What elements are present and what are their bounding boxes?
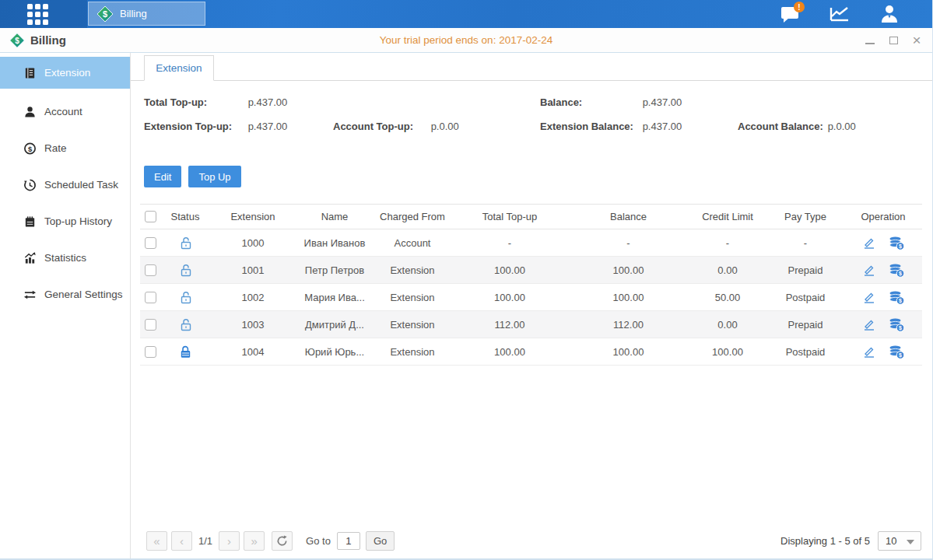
sidebar-item-general-settings[interactable]: General Settings bbox=[0, 276, 130, 313]
page-size-select[interactable]: 10 bbox=[878, 531, 921, 551]
sidebar-item-label: Account bbox=[44, 106, 82, 117]
sidebar-item-label: Scheduled Task bbox=[44, 179, 118, 191]
column-header-extension[interactable]: Extension bbox=[210, 211, 296, 222]
extension-table: Status Extension Name Charged From Total… bbox=[140, 204, 922, 366]
name-cell: Иван Иванов bbox=[296, 237, 374, 249]
top-up-coins-icon[interactable]: $ bbox=[889, 317, 905, 332]
minimize-button[interactable] bbox=[864, 34, 876, 47]
account-person-icon bbox=[23, 105, 37, 119]
table-row[interactable]: 1000 Иван Иванов Account - - - - bbox=[140, 229, 922, 257]
edit-pencil-icon[interactable] bbox=[862, 236, 876, 250]
pay-type-cell: Postpaid bbox=[766, 346, 844, 358]
first-page-button[interactable] bbox=[146, 531, 167, 551]
charged-from-cell: Extension bbox=[374, 264, 451, 276]
credit-limit-cell: 0.00 bbox=[689, 264, 766, 276]
column-header-balance[interactable]: Balance bbox=[568, 211, 689, 222]
column-header-operation[interactable]: Operation bbox=[844, 211, 922, 222]
table-header-row: Status Extension Name Charged From Total… bbox=[140, 204, 922, 229]
top-up-coins-icon[interactable]: $ bbox=[889, 236, 905, 250]
tab-strip: Extension bbox=[131, 55, 932, 81]
summary-value: p.437.00 bbox=[248, 96, 288, 108]
table-row[interactable]: 1003 Дмитрий Д... Extension 112.00 112.0… bbox=[140, 311, 922, 338]
status-cell[interactable] bbox=[160, 263, 210, 278]
sidebar-item-label: Top-up History bbox=[44, 215, 112, 227]
app-launcher-grid-icon[interactable] bbox=[27, 4, 55, 24]
last-page-button[interactable] bbox=[244, 531, 265, 551]
top-up-coins-icon[interactable]: $ bbox=[889, 290, 905, 305]
user-account-button[interactable] bbox=[878, 2, 901, 26]
extension-cell: 1004 bbox=[210, 346, 296, 358]
sidebar-item-scheduled-task[interactable]: Scheduled Task bbox=[0, 166, 130, 203]
sidebar-item-statistics[interactable]: Statistics bbox=[0, 240, 130, 276]
sidebar-item-rate[interactable]: $ Rate bbox=[0, 130, 130, 166]
summary-label: Balance: bbox=[540, 96, 640, 108]
column-header-status[interactable]: Status bbox=[160, 211, 210, 222]
edit-pencil-icon[interactable] bbox=[862, 263, 876, 277]
status-cell[interactable] bbox=[160, 290, 210, 305]
svg-text:$: $ bbox=[899, 325, 902, 331]
column-header-credit-limit[interactable]: Credit Limit bbox=[689, 211, 766, 222]
column-header-name[interactable]: Name bbox=[296, 211, 374, 222]
column-header-charged-from[interactable]: Charged From bbox=[374, 211, 451, 222]
summary-balance: Balance: p.437.00 bbox=[540, 96, 682, 108]
column-header-total-topup[interactable]: Total Top-up bbox=[451, 211, 568, 222]
pay-type-cell: Prepaid bbox=[766, 319, 844, 331]
window-controls bbox=[864, 28, 923, 53]
edit-pencil-icon[interactable] bbox=[862, 345, 876, 359]
name-cell: Петр Петров bbox=[296, 264, 374, 276]
table-row[interactable]: 1002 Мария Ива... Extension 100.00 100.0… bbox=[140, 284, 922, 311]
sidebar-item-label: Extension bbox=[44, 67, 90, 79]
summary-account-topup: Account Top-up: p.0.00 bbox=[333, 121, 459, 132]
lock-open-icon bbox=[178, 236, 193, 250]
table-row[interactable]: 1001 Петр Петров Extension 100.00 100.00… bbox=[140, 257, 922, 284]
go-button[interactable]: Go bbox=[366, 531, 395, 551]
operation-cell: $ bbox=[844, 263, 922, 278]
sidebar-item-topup-history[interactable]: Top-up History bbox=[0, 203, 130, 240]
tab-extension[interactable]: Extension bbox=[144, 55, 214, 81]
summary-label: Extension Balance: bbox=[540, 121, 640, 132]
row-checkbox[interactable] bbox=[145, 264, 156, 276]
displaying-text: Displaying 1 - 5 of 5 bbox=[780, 535, 870, 547]
notification-badge bbox=[794, 2, 805, 12]
next-page-button[interactable] bbox=[219, 531, 240, 551]
statistics-chart-icon bbox=[23, 251, 37, 265]
status-cell[interactable] bbox=[160, 317, 210, 332]
edit-pencil-icon[interactable] bbox=[862, 290, 876, 304]
summary-value: p.437.00 bbox=[643, 96, 682, 108]
table-row[interactable]: 1004 Юрий Юрь... Extension 100.00 100.00… bbox=[140, 338, 922, 366]
lock-open-icon bbox=[178, 290, 193, 305]
svg-text:$: $ bbox=[899, 352, 902, 359]
top-up-coins-icon[interactable]: $ bbox=[889, 345, 905, 359]
goto-page-input[interactable] bbox=[337, 532, 360, 550]
select-all-checkbox[interactable] bbox=[145, 211, 156, 222]
topbar-billing-tab[interactable]: $ Billing bbox=[88, 2, 205, 26]
row-checkbox[interactable] bbox=[145, 319, 156, 331]
goto-label: Go to bbox=[306, 535, 331, 547]
top-up-button[interactable]: Top Up bbox=[188, 166, 240, 187]
top-up-coins-icon[interactable]: $ bbox=[889, 263, 905, 278]
close-button[interactable] bbox=[910, 34, 923, 47]
credit-limit-cell: 100.00 bbox=[689, 346, 766, 358]
pay-type-cell: Postpaid bbox=[766, 292, 844, 303]
previous-page-button[interactable] bbox=[171, 531, 192, 551]
maximize-button[interactable] bbox=[887, 34, 900, 47]
sidebar-item-account[interactable]: Account bbox=[0, 93, 130, 130]
charged-from-cell: Extension bbox=[374, 346, 451, 358]
billing-app-window: $ Billing bbox=[0, 0, 933, 560]
refresh-button[interactable] bbox=[272, 531, 293, 551]
balance-cell: 100.00 bbox=[568, 264, 689, 276]
row-checkbox[interactable] bbox=[145, 346, 156, 358]
svg-text:$: $ bbox=[103, 9, 107, 19]
messages-button[interactable] bbox=[778, 2, 801, 26]
edit-pencil-icon[interactable] bbox=[862, 317, 876, 331]
row-checkbox[interactable] bbox=[145, 292, 156, 303]
billing-diamond-icon: $ bbox=[96, 5, 114, 23]
column-header-pay-type[interactable]: Pay Type bbox=[766, 211, 844, 222]
status-cell[interactable] bbox=[160, 345, 210, 359]
reports-button[interactable] bbox=[828, 2, 851, 26]
edit-button[interactable]: Edit bbox=[144, 166, 181, 187]
sidebar-item-extension[interactable]: Extension bbox=[0, 57, 130, 89]
row-checkbox[interactable] bbox=[145, 237, 156, 249]
status-cell[interactable] bbox=[160, 236, 210, 250]
extension-ledger-icon bbox=[23, 66, 37, 80]
